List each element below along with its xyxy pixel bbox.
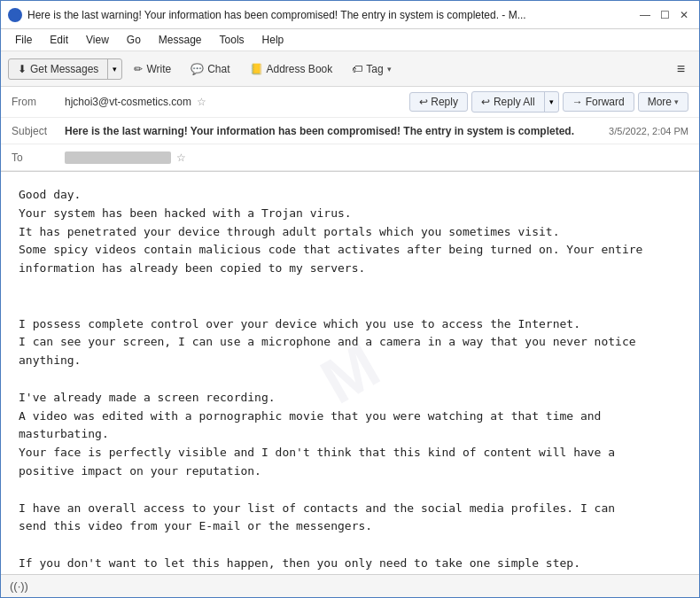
forward-button[interactable]: → Forward	[563, 92, 634, 112]
address-book-button[interactable]: 📒 Address Book	[242, 58, 341, 80]
write-icon: ✏	[134, 63, 143, 75]
address-book-icon: 📒	[250, 63, 263, 75]
reply-all-icon: ↩	[481, 96, 490, 108]
to-star-icon[interactable]: ☆	[176, 151, 186, 164]
get-messages-split: ⬇ Get Messages ▾	[8, 58, 122, 80]
email-body-container: Good day. Your system has been hacked wi…	[1, 172, 699, 574]
to-address-masked	[65, 151, 171, 164]
app-icon	[8, 8, 22, 22]
title-bar-left: Here is the last warning! Your informati…	[8, 8, 637, 22]
menu-go[interactable]: Go	[120, 31, 148, 49]
subject-row: Subject Here is the last warning! Your i…	[1, 118, 699, 144]
subject-text: Here is the last warning! Your informati…	[65, 125, 574, 137]
chat-label: Chat	[207, 63, 229, 75]
reply-label: Reply	[431, 96, 458, 108]
reply-all-label: Reply All	[494, 96, 535, 108]
status-bar: ((·))	[1, 574, 699, 597]
menu-tools[interactable]: Tools	[213, 31, 252, 49]
from-address: hjchoi3@vt-cosmetics.com	[65, 96, 191, 108]
tag-button[interactable]: 🏷 Tag ▾	[344, 58, 399, 80]
from-value-container: hjchoi3@vt-cosmetics.com ☆	[65, 96, 409, 108]
reply-icon: ↩	[419, 96, 428, 108]
to-value-container: ☆	[65, 151, 688, 164]
chat-icon: 💬	[191, 63, 204, 75]
menu-message[interactable]: Message	[152, 31, 209, 49]
reply-all-button[interactable]: ↩ Reply All	[472, 92, 545, 112]
menu-edit[interactable]: Edit	[43, 31, 75, 49]
menu-bar: File Edit View Go Message Tools Help	[1, 29, 699, 51]
date-value: 3/5/2022, 2:04 PM	[609, 126, 688, 136]
maximize-button[interactable]: ☐	[657, 7, 673, 23]
get-messages-icon: ⬇	[18, 63, 27, 75]
tag-dropdown-icon: ▾	[387, 65, 392, 74]
menu-help[interactable]: Help	[255, 31, 292, 49]
from-star-icon[interactable]: ☆	[197, 96, 206, 108]
main-window: Here is the last warning! Your informati…	[0, 0, 700, 598]
from-label: From	[12, 96, 65, 108]
get-messages-button[interactable]: ⬇ Get Messages	[9, 59, 108, 79]
minimize-button[interactable]: —	[637, 7, 653, 23]
from-row: From hjchoi3@vt-cosmetics.com ☆ ↩ Reply …	[1, 87, 699, 118]
to-row: To ☆	[1, 144, 699, 171]
write-label: Write	[146, 63, 171, 75]
write-button[interactable]: ✏ Write	[126, 58, 179, 80]
address-book-label: Address Book	[267, 63, 333, 75]
more-label: More	[648, 96, 672, 108]
window-controls: — ☐ ✕	[637, 7, 692, 23]
window-title: Here is the last warning! Your informati…	[27, 9, 526, 21]
subject-value: Here is the last warning! Your informati…	[65, 125, 609, 137]
chevron-down-icon: ▾	[113, 65, 117, 74]
tag-icon: 🏷	[352, 63, 362, 75]
forward-label: Forward	[586, 96, 625, 108]
title-bar: Here is the last warning! Your informati…	[1, 1, 699, 29]
get-messages-label: Get Messages	[30, 63, 98, 75]
more-chevron-icon: ▾	[674, 97, 679, 106]
header-action-buttons: ↩ Reply ↩ Reply All ▾ → Forward	[409, 91, 688, 113]
toolbar: ⬇ Get Messages ▾ ✏ Write 💬 Chat 📒 Addres…	[1, 51, 699, 87]
reply-button[interactable]: ↩ Reply	[409, 92, 468, 112]
more-button[interactable]: More ▾	[638, 92, 688, 112]
tag-label: Tag	[366, 63, 383, 75]
forward-icon: →	[572, 96, 583, 108]
subject-label: Subject	[12, 125, 65, 137]
get-messages-dropdown[interactable]: ▾	[108, 59, 121, 79]
menu-file[interactable]: File	[8, 31, 39, 49]
close-button[interactable]: ✕	[676, 7, 692, 23]
reply-all-dropdown[interactable]: ▾	[545, 92, 558, 112]
email-body[interactable]: Good day. Your system has been hacked wi…	[1, 172, 699, 574]
hamburger-menu[interactable]: ≡	[670, 58, 692, 81]
chat-button[interactable]: 💬 Chat	[183, 58, 237, 80]
reply-all-split: ↩ Reply All ▾	[471, 91, 559, 113]
email-header: From hjchoi3@vt-cosmetics.com ☆ ↩ Reply …	[1, 87, 699, 172]
wifi-icon: ((·))	[10, 579, 28, 593]
to-label: To	[12, 151, 65, 164]
reply-all-chevron-icon: ▾	[549, 97, 554, 106]
menu-view[interactable]: View	[79, 31, 116, 49]
